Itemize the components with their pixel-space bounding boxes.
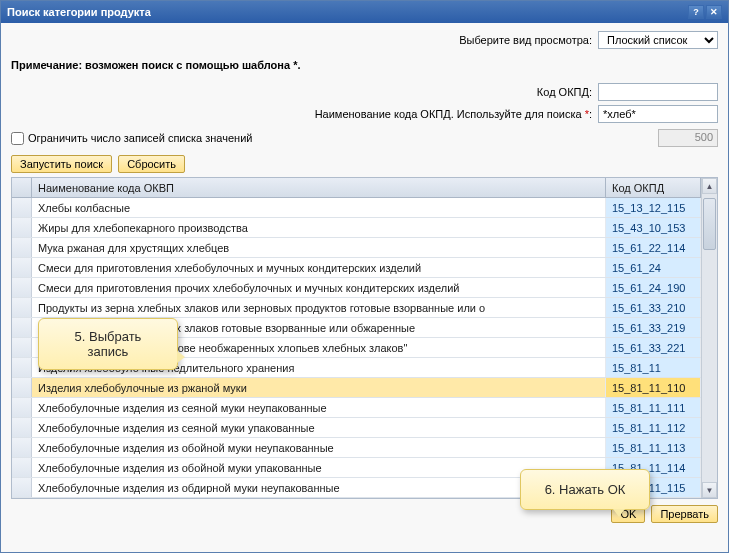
cancel-button[interactable]: Прервать [651,505,718,523]
cell-code: 15_81_11_110 [606,378,701,397]
results-grid: Наименование кода ОКВП Код ОКПД Хлебы ко… [11,177,718,499]
row-selector[interactable] [12,218,32,237]
help-icon[interactable]: ? [688,5,704,19]
cell-name: "Продукты пищевые на основе необжаренных… [32,338,606,357]
cell-code: 15_61_22_114 [606,238,701,257]
table-row[interactable]: Хлебобулочные изделия из сеяной муки упа… [12,418,701,438]
cell-name: Мука ржаная для хрустящих хлебцев [32,238,606,257]
row-selector[interactable] [12,378,32,397]
row-selector[interactable] [12,238,32,257]
cell-name: Продукты из зерна хлебных злаков или зер… [32,298,606,317]
view-select[interactable]: Плоский список [598,31,718,49]
row-selector[interactable] [12,198,32,217]
table-row[interactable]: Хлебобулочные изделия из обойной муки уп… [12,458,701,478]
cell-code: 15_61_33_219 [606,318,701,337]
cell-code: 15_81_11_115 [606,478,701,497]
okpd-code-label: Код ОКПД: [537,86,592,98]
search-category-dialog: Поиск категории продукта ? ✕ Выберите ви… [0,0,729,553]
table-row[interactable]: Изделия хлебобулочные из ржаной муки15_8… [12,378,701,398]
cell-code: 15_81_11_111 [606,398,701,417]
table-row[interactable]: Хлебы колбасные15_13_12_115 [12,198,701,218]
row-selector[interactable] [12,458,32,477]
row-selector[interactable] [12,338,32,357]
titlebar: Поиск категории продукта ? ✕ [1,1,728,23]
cell-name: Хлебобулочные изделия из обойной муки уп… [32,458,606,477]
table-row[interactable]: Мука ржаная для хрустящих хлебцев15_61_2… [12,238,701,258]
limit-count: 500 [658,129,718,147]
okpd-name-label: Наименование кода ОКПД. Используйте для … [315,108,592,120]
cell-name: Изделия хлебобулочные недлительного хран… [32,358,606,377]
table-row[interactable]: Жиры для хлебопекарного производства15_4… [12,218,701,238]
cell-code: 15_81_11_112 [606,418,701,437]
table-row[interactable]: Смеси для приготовления прочих хлебобуло… [12,278,701,298]
row-selector[interactable] [12,358,32,377]
grid-header: Наименование кода ОКВП Код ОКПД [12,178,701,198]
cell-name: Продукты из зерна хлебных злаков готовые… [32,318,606,337]
scroll-up-icon[interactable]: ▲ [702,178,717,194]
cell-code: 15_61_24 [606,258,701,277]
search-note: Примечание: возможен поиск с помощью шаб… [11,59,718,71]
table-row[interactable]: "Продукты пищевые на основе необжаренных… [12,338,701,358]
limit-label: Ограничить число записей списка значений [28,132,252,144]
cell-name: Хлебобулочные изделия из сеяной муки неу… [32,398,606,417]
view-label: Выберите вид просмотра: [459,34,592,46]
table-row[interactable]: Продукты из зерна хлебных злаков или зер… [12,298,701,318]
window-title: Поиск категории продукта [7,6,151,18]
cell-code: 15_81_11 [606,358,701,377]
cell-code: 15_61_24_190 [606,278,701,297]
cell-name: Изделия хлебобулочные из ржаной муки [32,378,606,397]
close-icon[interactable]: ✕ [706,5,722,19]
row-selector[interactable] [12,438,32,457]
grid-header-name[interactable]: Наименование кода ОКВП [32,178,606,197]
row-selector[interactable] [12,298,32,317]
cell-code: 15_81_11_113 [606,438,701,457]
cell-name: Жиры для хлебопекарного производства [32,218,606,237]
grid-header-code[interactable]: Код ОКПД [606,178,701,197]
table-row[interactable]: Смеси для приготовления хлебобулочных и … [12,258,701,278]
cell-name: Хлебы колбасные [32,198,606,217]
grid-header-selector[interactable] [12,178,32,197]
ok-button[interactable]: OK [611,505,645,523]
okpd-code-input[interactable] [598,83,718,101]
reset-button[interactable]: Сбросить [118,155,185,173]
run-search-button[interactable]: Запустить поиск [11,155,112,173]
table-row[interactable]: Хлебобулочные изделия из обойной муки не… [12,438,701,458]
cell-code: 15_43_10_153 [606,218,701,237]
cell-name: Хлебобулочные изделия из сеяной муки упа… [32,418,606,437]
cell-code: 15_13_12_115 [606,198,701,217]
cell-code: 15_61_33_221 [606,338,701,357]
cell-code: 15_61_33_210 [606,298,701,317]
row-selector[interactable] [12,278,32,297]
cell-code: 15_81_11_114 [606,458,701,477]
limit-checkbox[interactable] [11,132,24,145]
cell-name: Смеси для приготовления хлебобулочных и … [32,258,606,277]
row-selector[interactable] [12,318,32,337]
cell-name: Хлебобулочные изделия из обдирной муки н… [32,478,606,497]
table-row[interactable]: Изделия хлебобулочные недлительного хран… [12,358,701,378]
cell-name: Хлебобулочные изделия из обойной муки не… [32,438,606,457]
vertical-scrollbar[interactable]: ▲ ▼ [701,178,717,498]
row-selector[interactable] [12,258,32,277]
row-selector[interactable] [12,478,32,497]
cell-name: Смеси для приготовления прочих хлебобуло… [32,278,606,297]
okpd-name-input[interactable] [598,105,718,123]
row-selector[interactable] [12,418,32,437]
row-selector[interactable] [12,398,32,417]
table-row[interactable]: Хлебобулочные изделия из сеяной муки неу… [12,398,701,418]
table-row[interactable]: Продукты из зерна хлебных злаков готовые… [12,318,701,338]
scroll-thumb[interactable] [703,198,716,250]
table-row[interactable]: Хлебобулочные изделия из обдирной муки н… [12,478,701,498]
scroll-down-icon[interactable]: ▼ [702,482,717,498]
